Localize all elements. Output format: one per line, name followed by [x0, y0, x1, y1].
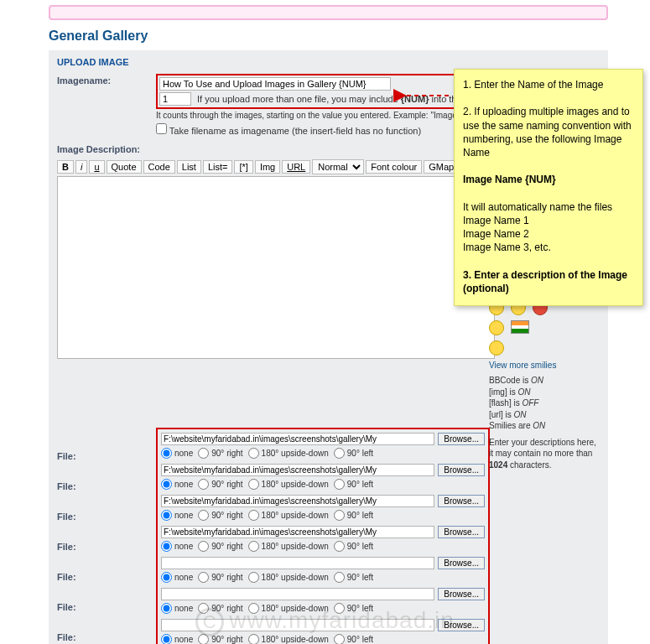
take-filename-checkbox[interactable]: [156, 123, 167, 134]
btn-liste[interactable]: List=: [203, 160, 233, 174]
rotation-radio[interactable]: [248, 603, 259, 614]
rotation-radio[interactable]: [334, 479, 345, 490]
rotation-radio[interactable]: [161, 634, 172, 644]
annotation-note: 1. Enter the Name of the Image 2. If upl…: [454, 69, 643, 306]
rotation-radio[interactable]: [248, 510, 259, 521]
btn-img[interactable]: Img: [255, 160, 280, 174]
rotation-radio[interactable]: [198, 479, 209, 490]
btn-bold[interactable]: B: [57, 160, 74, 174]
imagename-start-input[interactable]: [159, 92, 191, 106]
btn-star[interactable]: [*]: [234, 160, 252, 174]
btn-code[interactable]: Code: [143, 160, 175, 174]
section-heading: UPLOAD IMAGE: [57, 57, 600, 67]
arrow-icon: [400, 87, 450, 106]
smiley-icon[interactable]: [489, 340, 504, 356]
browse-button[interactable]: Browse...: [438, 526, 485, 538]
imagename-input[interactable]: [159, 77, 391, 91]
rotation-option[interactable]: 180° upside-down: [248, 448, 329, 459]
rotation-option[interactable]: 180° upside-down: [248, 510, 329, 521]
rotation-radio[interactable]: [161, 510, 172, 521]
browse-button[interactable]: Browse...: [438, 588, 485, 600]
rotation-option[interactable]: 180° upside-down: [248, 572, 329, 583]
rotation-option[interactable]: none: [161, 510, 193, 521]
rotation-radio[interactable]: [334, 603, 345, 614]
rotation-option[interactable]: 180° upside-down: [248, 634, 329, 644]
file-path-input[interactable]: [161, 526, 434, 538]
take-filename-row[interactable]: Take filename as imagename (the insert-f…: [156, 126, 421, 136]
smiley-icon[interactable]: [489, 320, 504, 335]
rotation-radio[interactable]: [248, 541, 259, 552]
select-fontsize[interactable]: Normal: [312, 159, 364, 174]
rotation-radio[interactable]: [248, 448, 259, 459]
browse-button[interactable]: Browse...: [438, 433, 485, 445]
rotation-radio[interactable]: [161, 448, 172, 459]
rotation-option[interactable]: 90° right: [198, 603, 242, 614]
rotation-option[interactable]: 90° right: [198, 634, 242, 644]
rotation-option[interactable]: none: [161, 479, 193, 490]
label-file: File:: [57, 512, 76, 522]
rotation-option[interactable]: 90° left: [334, 479, 373, 490]
view-more-smilies-link[interactable]: View more smilies: [489, 361, 556, 370]
btn-list[interactable]: List: [177, 160, 201, 174]
rotation-radio[interactable]: [198, 572, 209, 583]
rotation-option[interactable]: 180° upside-down: [248, 541, 329, 552]
file-path-input[interactable]: [161, 557, 434, 569]
file-path-input[interactable]: [161, 588, 434, 600]
rotation-radio[interactable]: [334, 634, 345, 644]
rotation-option[interactable]: none: [161, 572, 193, 583]
rotation-radio[interactable]: [248, 634, 259, 644]
rotation-option[interactable]: 90° right: [198, 448, 242, 459]
description-textarea[interactable]: [57, 176, 495, 359]
rotation-radio[interactable]: [198, 603, 209, 614]
rotation-option[interactable]: 90° right: [198, 479, 242, 490]
label-file: File:: [57, 602, 76, 612]
browse-button[interactable]: Browse...: [438, 619, 485, 631]
rotation-radio[interactable]: [198, 541, 209, 552]
rotation-radio[interactable]: [198, 448, 209, 459]
btn-quote[interactable]: Quote: [107, 160, 142, 174]
browse-button[interactable]: Browse...: [438, 464, 485, 476]
btn-italic[interactable]: i: [75, 160, 87, 174]
rotation-radio[interactable]: [248, 479, 259, 490]
label-file: File:: [57, 572, 76, 582]
rotation-option[interactable]: 90° right: [198, 572, 242, 583]
file-path-input[interactable]: [161, 464, 434, 476]
rotation-radio[interactable]: [161, 572, 172, 583]
rotation-option[interactable]: 90° left: [334, 572, 373, 583]
btn-url[interactable]: URL: [282, 160, 310, 174]
rotation-option[interactable]: 90° left: [334, 541, 373, 552]
rotation-radio[interactable]: [161, 479, 172, 490]
rotation-radio[interactable]: [334, 510, 345, 521]
file-path-input[interactable]: [161, 433, 434, 445]
rotation-option[interactable]: 180° upside-down: [248, 479, 329, 490]
file-path-input[interactable]: [161, 619, 434, 631]
rotation-option[interactable]: 180° upside-down: [248, 603, 329, 614]
rotation-radio[interactable]: [161, 541, 172, 552]
btn-underline[interactable]: u: [89, 160, 104, 174]
rotation-option[interactable]: none: [161, 541, 193, 552]
char-limit-info: Enter your descriptions here, it may con…: [489, 437, 598, 471]
file-path-input[interactable]: [161, 495, 434, 507]
rotation-option[interactable]: none: [161, 634, 193, 644]
rotation-radio[interactable]: [198, 510, 209, 521]
rotation-radio[interactable]: [198, 634, 209, 644]
rotation-radio[interactable]: [248, 572, 259, 583]
label-file: File:: [57, 451, 76, 461]
flag-india-icon[interactable]: [511, 320, 529, 334]
rotation-option[interactable]: 90° right: [198, 510, 242, 521]
rotation-option[interactable]: 90° left: [334, 510, 373, 521]
browse-button[interactable]: Browse...: [438, 557, 485, 569]
rotation-option[interactable]: 90° left: [334, 603, 373, 614]
rotation-radio[interactable]: [334, 448, 345, 459]
rotation-radio[interactable]: [161, 603, 172, 614]
rotation-radio[interactable]: [334, 541, 345, 552]
btn-fontcolour[interactable]: Font colour: [366, 160, 422, 174]
rotation-option[interactable]: 90° right: [198, 541, 242, 552]
browse-button[interactable]: Browse...: [438, 495, 485, 507]
rotation-option[interactable]: 90° left: [334, 634, 373, 644]
rotation-option[interactable]: none: [161, 448, 193, 459]
bbcode-info: BBCode is ON [img] is ON [flash] is OFF …: [489, 375, 598, 432]
rotation-option[interactable]: none: [161, 603, 193, 614]
rotation-option[interactable]: 90° left: [334, 448, 373, 459]
rotation-radio[interactable]: [334, 572, 345, 583]
